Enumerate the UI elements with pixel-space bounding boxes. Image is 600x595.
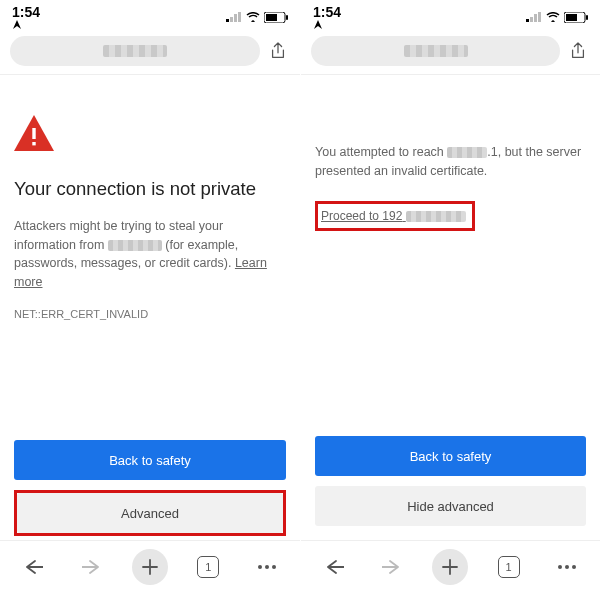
svg-rect-11 [534,14,537,22]
svg-rect-6 [286,15,288,20]
advanced-highlight: Advanced [14,490,286,536]
svg-rect-8 [32,142,35,145]
hide-advanced-button[interactable]: Hide advanced [315,486,586,526]
forward-icon [74,549,110,585]
address-bar [301,32,600,75]
back-icon[interactable] [316,549,352,585]
share-button[interactable] [566,39,590,63]
redacted-host [108,240,162,251]
wifi-icon [546,12,560,22]
battery-icon [564,12,588,23]
warning-icon [14,115,54,151]
phone-right: 1:54 You attempted to reach .1, but the … [300,0,600,595]
advanced-content: You attempted to reach .1, but the serve… [301,75,600,426]
advanced-button[interactable]: Advanced [17,493,283,533]
back-to-safety-button[interactable]: Back to safety [315,436,586,476]
svg-rect-5 [266,14,277,21]
forward-icon [374,549,410,585]
signal-icon [526,12,542,22]
menu-button[interactable] [249,549,285,585]
signal-icon [226,12,242,22]
status-bar: 1:54 [0,0,300,32]
share-button[interactable] [266,39,290,63]
warning-body: Attackers might be trying to steal your … [14,217,286,292]
warning-content: Your connection is not private Attackers… [0,75,300,430]
svg-rect-9 [526,19,529,22]
address-bar [0,32,300,75]
phone-left: 1:54 Your connection is not private Atta… [0,0,300,595]
status-time: 1:54 [313,4,341,30]
redacted-host [447,147,487,158]
svg-rect-3 [238,12,241,22]
advanced-body: You attempted to reach .1, but the serve… [315,143,586,181]
svg-rect-15 [586,15,588,20]
browser-toolbar: 1 [301,540,600,595]
url-field[interactable] [311,36,560,66]
error-code: NET::ERR_CERT_INVALID [14,306,286,323]
proceed-link[interactable]: Proceed to 192 [321,209,466,223]
back-icon[interactable] [15,549,51,585]
menu-button[interactable] [549,549,585,585]
svg-rect-12 [538,12,541,22]
svg-rect-10 [530,17,533,22]
wifi-icon [246,12,260,22]
tabs-button[interactable]: 1 [491,549,527,585]
browser-toolbar: 1 [0,540,300,595]
proceed-highlight: Proceed to 192 [315,201,475,232]
tabs-button[interactable]: 1 [190,549,226,585]
back-to-safety-button[interactable]: Back to safety [14,440,286,480]
warning-heading: Your connection is not private [14,175,286,203]
svg-rect-2 [234,14,237,22]
new-tab-button[interactable] [132,549,168,585]
svg-rect-0 [226,19,229,22]
status-bar: 1:54 [301,0,600,32]
svg-rect-1 [230,17,233,22]
url-field[interactable] [10,36,260,66]
svg-rect-14 [566,14,577,21]
new-tab-button[interactable] [432,549,468,585]
battery-icon [264,12,288,23]
status-time: 1:54 [12,4,40,30]
svg-rect-7 [32,128,35,139]
